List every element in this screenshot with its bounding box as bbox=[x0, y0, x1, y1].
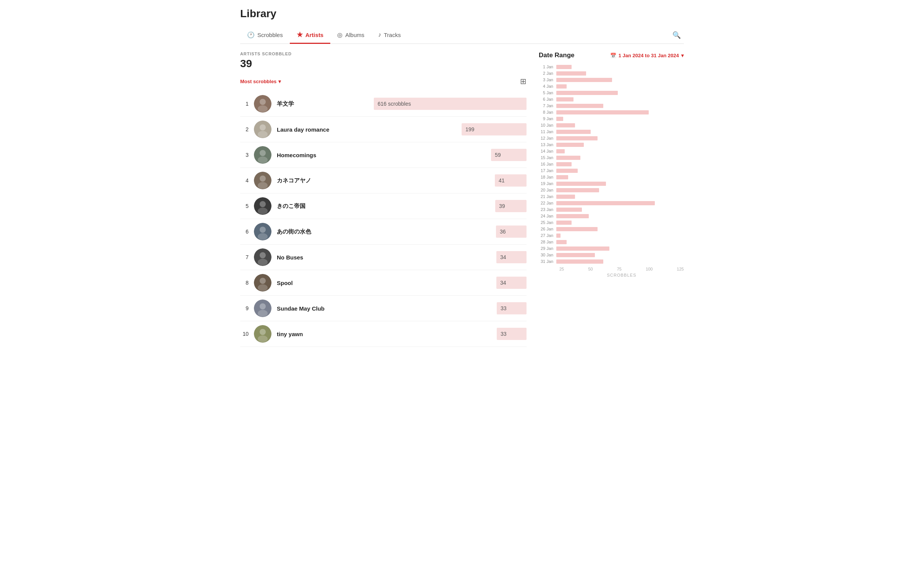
chart-date-label: 7 Jan bbox=[539, 103, 556, 108]
scrobble-bar-wrap: 616 scrobbles bbox=[374, 98, 527, 110]
chart-bar bbox=[556, 91, 618, 95]
chart-bar bbox=[556, 156, 580, 160]
avatar bbox=[254, 248, 271, 266]
avatar bbox=[254, 300, 271, 317]
chart-bar bbox=[556, 117, 563, 121]
disc-icon: ◎ bbox=[337, 31, 342, 39]
chart-date-label: 11 Jan bbox=[539, 129, 556, 134]
chart-date-label: 24 Jan bbox=[539, 214, 556, 218]
scrobble-bar: 34 bbox=[496, 251, 527, 263]
chart-bar bbox=[556, 123, 575, 127]
chart-bar bbox=[556, 162, 572, 166]
grid-view-button[interactable]: ⊞ bbox=[520, 77, 527, 86]
scrobble-count: 33 bbox=[501, 305, 507, 311]
main-layout: ARTISTS SCROBBLED 39 Most scrobbles ▾ ⊞ … bbox=[240, 52, 684, 347]
chart-bar bbox=[556, 84, 567, 89]
chart-date-label: 15 Jan bbox=[539, 155, 556, 160]
svg-point-25 bbox=[260, 303, 266, 309]
chart-bar-wrap bbox=[556, 226, 684, 232]
sort-row: Most scrobbles ▾ ⊞ bbox=[240, 77, 527, 86]
date-range-button[interactable]: 📅 1 Jan 2024 to 31 Jan 2024 ▾ bbox=[610, 53, 684, 58]
artist-name[interactable]: Homecomings bbox=[277, 152, 486, 158]
chart-row: 24 Jan bbox=[539, 213, 684, 219]
chart-bar-wrap bbox=[556, 168, 684, 174]
chart-bar-wrap bbox=[556, 213, 684, 219]
avatar bbox=[254, 172, 271, 189]
svg-point-28 bbox=[260, 329, 266, 335]
chart-rows: 1 Jan 2 Jan 3 Jan 4 Jan 5 Jan 6 Jan 7 Ja… bbox=[539, 64, 684, 264]
tab-artists[interactable]: ★ Artists bbox=[290, 27, 331, 44]
sort-button[interactable]: Most scrobbles ▾ bbox=[240, 79, 281, 84]
chart-row: 8 Jan bbox=[539, 109, 684, 115]
scrobble-bar: 33 bbox=[497, 302, 527, 314]
chart-date-label: 27 Jan bbox=[539, 233, 556, 238]
artist-rank: 6 bbox=[240, 229, 249, 235]
artist-name[interactable]: あの街の水色 bbox=[277, 228, 491, 235]
svg-point-5 bbox=[258, 131, 268, 138]
chart-bar-wrap bbox=[556, 187, 684, 193]
chart-date-label: 12 Jan bbox=[539, 136, 556, 140]
chart-bar-wrap bbox=[556, 148, 684, 154]
svg-point-23 bbox=[258, 284, 268, 291]
tab-scrobbles[interactable]: 🕐 Scrobbles bbox=[240, 27, 290, 43]
chart-bar-wrap bbox=[556, 129, 684, 135]
date-range-header: Date Range 📅 1 Jan 2024 to 31 Jan 2024 ▾ bbox=[539, 52, 684, 59]
chart-date-label: 5 Jan bbox=[539, 90, 556, 95]
avatar bbox=[254, 121, 271, 138]
left-panel: ARTISTS SCROBBLED 39 Most scrobbles ▾ ⊞ … bbox=[240, 52, 527, 347]
artist-name[interactable]: Spool bbox=[277, 280, 491, 286]
scrobbles-axis-label: SCROBBLES bbox=[539, 273, 684, 277]
scrobble-bar: 59 bbox=[491, 149, 527, 161]
chart-row: 5 Jan bbox=[539, 90, 684, 96]
chart-date-label: 22 Jan bbox=[539, 201, 556, 205]
artist-name[interactable]: Sundae May Club bbox=[277, 305, 491, 312]
chart-bar bbox=[556, 201, 655, 205]
chart-bar bbox=[556, 195, 575, 199]
artist-row: 8 Spool 34 bbox=[240, 270, 527, 296]
svg-point-8 bbox=[258, 156, 268, 163]
artist-name[interactable]: きのこ帝国 bbox=[277, 203, 490, 210]
svg-point-17 bbox=[258, 233, 268, 240]
chart-date-label: 10 Jan bbox=[539, 123, 556, 127]
chart-area: 1 Jan 2 Jan 3 Jan 4 Jan 5 Jan 6 Jan 7 Ja… bbox=[539, 64, 684, 277]
chart-bar bbox=[556, 221, 572, 225]
search-button[interactable]: 🔍 bbox=[669, 28, 684, 42]
svg-point-1 bbox=[260, 99, 266, 105]
chart-bar bbox=[556, 130, 591, 134]
tab-albums[interactable]: ◎ Albums bbox=[330, 27, 371, 43]
tab-tracks[interactable]: ♪ Tracks bbox=[371, 27, 407, 43]
grid-icon: ⊞ bbox=[520, 77, 527, 85]
chart-row: 27 Jan bbox=[539, 232, 684, 238]
chart-bar bbox=[556, 110, 649, 114]
artist-name[interactable]: カネコアヤノ bbox=[277, 177, 489, 184]
chart-row: 7 Jan bbox=[539, 103, 684, 109]
chart-bar-wrap bbox=[556, 174, 684, 180]
artist-name[interactable]: 羊文学 bbox=[277, 100, 368, 108]
artist-name[interactable]: Laura day romance bbox=[277, 126, 456, 133]
chart-row: 25 Jan bbox=[539, 219, 684, 226]
artist-rank: 3 bbox=[240, 152, 249, 158]
chart-row: 16 Jan bbox=[539, 161, 684, 167]
chart-date-label: 8 Jan bbox=[539, 110, 556, 114]
chart-date-label: 17 Jan bbox=[539, 168, 556, 173]
chart-row: 31 Jan bbox=[539, 258, 684, 264]
page-container: Library 🕐 Scrobbles ★ Artists ◎ Albums ♪… bbox=[231, 0, 693, 354]
chart-row: 2 Jan bbox=[539, 70, 684, 76]
artist-name[interactable]: tiny yawn bbox=[277, 331, 491, 337]
chart-bar bbox=[556, 208, 582, 212]
chart-date-label: 18 Jan bbox=[539, 175, 556, 179]
chart-date-label: 16 Jan bbox=[539, 162, 556, 166]
chart-bar-wrap bbox=[556, 239, 684, 245]
artist-name[interactable]: No Buses bbox=[277, 254, 491, 261]
chart-bar-wrap bbox=[556, 258, 684, 264]
scrobble-bar: 36 bbox=[496, 226, 527, 238]
x-label-3: 100 bbox=[646, 267, 653, 271]
scrobble-bar-wrap: 34 bbox=[496, 251, 527, 263]
date-range-value: 1 Jan 2024 to 31 Jan 2024 bbox=[619, 53, 679, 58]
artist-rank: 4 bbox=[240, 177, 249, 184]
scrobble-bar-wrap: 39 bbox=[495, 200, 527, 212]
artists-count: 39 bbox=[240, 58, 527, 70]
sort-label: Most scrobbles bbox=[240, 79, 276, 84]
artist-rank: 9 bbox=[240, 305, 249, 311]
chart-bar bbox=[556, 71, 586, 76]
